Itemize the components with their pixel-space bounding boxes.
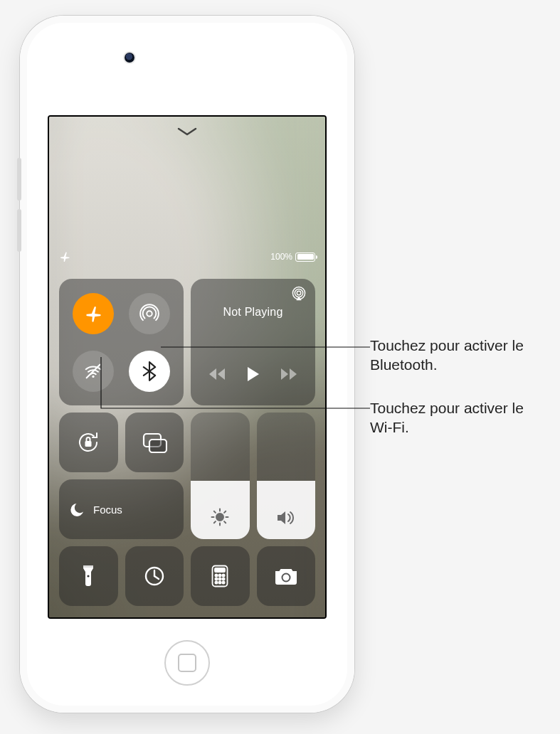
front-camera <box>125 53 134 63</box>
battery-icon <box>295 252 315 262</box>
connectivity-panel[interactable] <box>59 279 184 405</box>
svg-line-16 <box>214 521 216 523</box>
calculator-button[interactable] <box>191 546 250 606</box>
volume-icon <box>276 509 296 529</box>
focus-label: Focus <box>93 504 122 516</box>
svg-line-15 <box>224 521 226 523</box>
volume-up-physical <box>17 158 21 201</box>
home-button[interactable] <box>164 640 210 686</box>
svg-point-28 <box>216 578 218 580</box>
svg-rect-8 <box>149 440 167 452</box>
svg-point-9 <box>216 514 223 521</box>
svg-rect-24 <box>215 568 225 572</box>
screen: 100% <box>48 115 327 619</box>
media-state-label: Not Playing <box>191 306 315 319</box>
svg-point-0 <box>147 311 152 316</box>
control-center: Not Playing <box>59 279 315 606</box>
skip-forward-icon[interactable] <box>280 367 297 384</box>
wifi-button[interactable] <box>73 351 114 392</box>
moon-icon <box>69 501 86 518</box>
chevron-down-icon[interactable] <box>177 127 197 139</box>
airplay-audio-icon[interactable] <box>291 286 307 304</box>
callout-bluetooth: Touchez pour activer le Bluetooth. <box>370 336 546 375</box>
callout-wifi: Touchez pour activer le Wi-Fi. <box>370 398 546 437</box>
brightness-icon <box>211 508 229 529</box>
svg-line-14 <box>214 511 216 513</box>
screen-mirroring-button[interactable] <box>125 413 184 472</box>
svg-line-17 <box>224 511 226 513</box>
svg-point-29 <box>219 578 221 580</box>
svg-rect-6 <box>85 441 92 447</box>
timer-button[interactable] <box>125 546 184 606</box>
airdrop-button[interactable] <box>129 293 170 334</box>
bluetooth-button[interactable] <box>129 351 170 392</box>
svg-point-4 <box>295 289 302 297</box>
volume-down-physical <box>17 209 21 252</box>
airplane-mode-button[interactable] <box>73 293 114 334</box>
svg-point-26 <box>219 574 221 576</box>
svg-point-25 <box>216 574 218 576</box>
flashlight-button[interactable] <box>59 546 118 606</box>
svg-point-27 <box>223 574 225 576</box>
skip-back-icon[interactable] <box>209 367 226 384</box>
play-icon[interactable] <box>245 366 261 385</box>
svg-line-22 <box>154 576 159 579</box>
brightness-slider[interactable] <box>191 413 250 539</box>
camera-button[interactable] <box>257 546 316 606</box>
svg-rect-19 <box>83 565 93 568</box>
battery-percent: 100% <box>270 252 292 262</box>
media-panel[interactable]: Not Playing <box>191 279 315 405</box>
svg-point-31 <box>216 581 218 583</box>
focus-button[interactable]: Focus <box>59 479 184 539</box>
status-bar: 100% <box>49 250 325 263</box>
svg-point-32 <box>219 581 221 583</box>
volume-slider[interactable] <box>257 413 316 539</box>
device-frame: 100% <box>20 16 354 713</box>
airplane-status-icon <box>59 251 70 262</box>
svg-point-33 <box>223 581 225 583</box>
svg-point-30 <box>223 578 225 580</box>
svg-point-18 <box>88 575 90 577</box>
orientation-lock-button[interactable] <box>59 413 118 472</box>
svg-point-1 <box>92 375 94 377</box>
svg-point-3 <box>297 291 301 295</box>
